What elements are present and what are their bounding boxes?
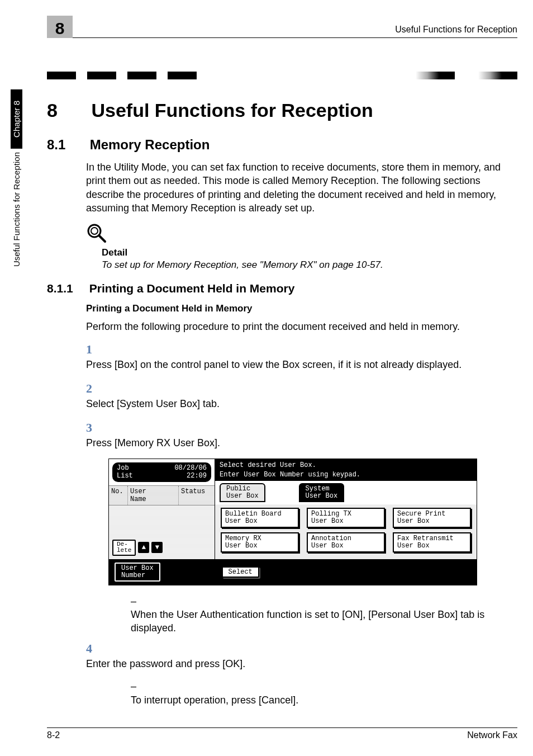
lcd-footer-select[interactable]: Select bbox=[222, 566, 259, 578]
step-1: 1 Press [Box] on the control panel to vi… bbox=[86, 341, 517, 371]
lcd-btn-secure[interactable]: Secure Print User Box bbox=[393, 508, 471, 528]
detail-block: Detail To set up for Memory Reception, s… bbox=[86, 223, 517, 271]
step-number: 4 bbox=[86, 640, 106, 657]
note-bullet-2: – To interrupt operation, press [Cancel]… bbox=[131, 679, 517, 707]
header-rule bbox=[73, 37, 517, 38]
lcd-btn-annotation[interactable]: Annotation User Box bbox=[307, 532, 385, 552]
lcd-btn-memory-rx[interactable]: Memory RX User Box bbox=[221, 532, 299, 552]
detail-text: To set up for Memory Reception, see "Mem… bbox=[102, 259, 517, 271]
note-bullet-1: – When the User Authentication function … bbox=[131, 594, 517, 635]
step-text: Press [Memory RX User Box]. bbox=[86, 436, 495, 450]
lcd-list-header: No. User Name Status bbox=[109, 485, 215, 505]
step-4: 4 Enter the password and press [OK]. bbox=[86, 640, 517, 670]
lcd-tabs: Public User Box System User Box bbox=[215, 481, 477, 504]
step-number: 3 bbox=[86, 419, 106, 436]
bullet-dash: – bbox=[131, 594, 145, 608]
chapter-heading: 8 Useful Functions for Reception bbox=[47, 100, 517, 121]
content-area: 8 Useful Functions for Reception 8.1 Mem… bbox=[47, 94, 517, 712]
lcd-tab-public[interactable]: Public User Box bbox=[220, 483, 265, 502]
step-3: 3 Press [Memory RX User Box]. bbox=[86, 419, 517, 450]
step-number: 1 bbox=[86, 341, 106, 358]
lcd-tab-system[interactable]: System User Box bbox=[299, 483, 345, 502]
page-header: 8 Useful Functions for Reception bbox=[0, 16, 517, 38]
section-text: In the Utility Mode, you can set fax fun… bbox=[86, 160, 517, 215]
lcd-col-no: No. bbox=[109, 486, 128, 505]
lcd-message-2: Enter User Box Number using keypad. bbox=[215, 471, 477, 481]
svg-point-1 bbox=[91, 228, 98, 234]
step-text: Select [System User Box] tab. bbox=[86, 397, 495, 410]
procedure-subhead: Printing a Document Held in Memory bbox=[86, 303, 517, 314]
subsection-heading-num: 8.1.1 bbox=[47, 282, 86, 295]
lcd-btn-bulletin[interactable]: Bulletin Board User Box bbox=[221, 508, 299, 528]
procedure-intro: Perform the following procedure to print… bbox=[86, 320, 517, 333]
decorative-bars bbox=[47, 72, 517, 83]
lcd-screenshot: Job List 08/28/06 22:09 No. User Name St… bbox=[108, 459, 477, 585]
side-tab-chapter: Chapter 8 bbox=[11, 89, 22, 149]
detail-label: Detail bbox=[102, 247, 517, 258]
step-text: Enter the password and press [OK]. bbox=[86, 657, 495, 670]
magnifier-icon bbox=[86, 223, 517, 244]
section-heading: 8.1 Memory Reception bbox=[47, 137, 517, 153]
lcd-list-body: De- lete ▲ ▼ bbox=[109, 505, 215, 559]
step-text: Press [Box] on the control panel to view… bbox=[86, 358, 495, 371]
lcd-col-status: Status bbox=[179, 486, 215, 505]
lcd-footer: User Box Number Select bbox=[109, 559, 477, 584]
lcd-btn-retransmit[interactable]: Fax Retransmit User Box bbox=[393, 532, 471, 552]
side-tab: Chapter 8 Useful Functions for Reception bbox=[8, 89, 25, 277]
lcd-joblist-label: Job List bbox=[117, 465, 133, 479]
lcd-joblist-chip[interactable]: Job List 08/28/06 22:09 bbox=[112, 462, 211, 481]
doc-title: Network Fax bbox=[467, 730, 517, 740]
header-chapter-number: 8 bbox=[47, 16, 73, 38]
page-number: 8-2 bbox=[47, 730, 60, 740]
step-number: 2 bbox=[86, 380, 106, 397]
lcd-button-grid: Bulletin Board User Box Polling TX User … bbox=[215, 504, 477, 560]
chapter-heading-num: 8 bbox=[47, 100, 86, 121]
lcd-datetime: 08/28/06 22:09 bbox=[174, 465, 207, 479]
page-footer: 8-2 Network Fax bbox=[47, 727, 517, 740]
lcd-left-pane: Job List 08/28/06 22:09 No. User Name St… bbox=[109, 459, 215, 559]
lcd-up-button[interactable]: ▲ bbox=[138, 542, 149, 553]
section-heading-num: 8.1 bbox=[47, 137, 86, 153]
side-tab-section: Useful Functions for Reception bbox=[11, 149, 22, 277]
running-head: Useful Functions for Reception bbox=[395, 25, 517, 35]
section-heading-title: Memory Reception bbox=[90, 137, 210, 152]
subsection-heading: 8.1.1 Printing a Document Held in Memory bbox=[47, 282, 517, 295]
bullet-dash: – bbox=[131, 679, 145, 693]
svg-line-2 bbox=[99, 235, 105, 242]
lcd-footer-userbox-num[interactable]: User Box Number bbox=[115, 563, 160, 581]
bullet-text: To interrupt operation, press [Cancel]. bbox=[131, 693, 501, 707]
lcd-btn-polling[interactable]: Polling TX User Box bbox=[307, 508, 385, 528]
lcd-delete-button[interactable]: De- lete bbox=[112, 540, 136, 556]
step-2: 2 Select [System User Box] tab. bbox=[86, 380, 517, 410]
lcd-col-user: User Name bbox=[128, 486, 179, 505]
lcd-down-button[interactable]: ▼ bbox=[151, 542, 163, 553]
lcd-message-1: Select desired User Box. bbox=[215, 459, 477, 471]
bullet-text: When the User Authentication function is… bbox=[131, 608, 501, 635]
lcd-right-pane: Select desired User Box. Enter User Box … bbox=[215, 459, 477, 559]
chapter-heading-title: Useful Functions for Reception bbox=[91, 100, 373, 121]
subsection-heading-title: Printing a Document Held in Memory bbox=[89, 282, 295, 295]
